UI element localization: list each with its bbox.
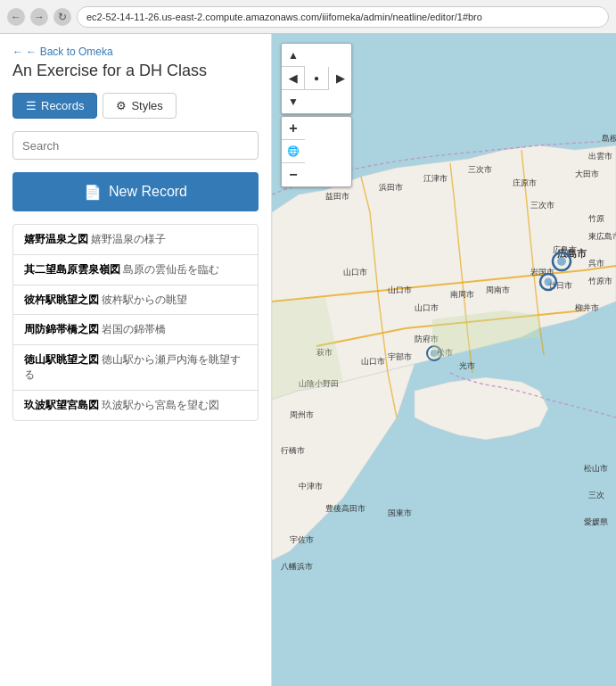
svg-text:三次: 三次 bbox=[588, 491, 604, 500]
record-subtitle: 嬉野温泉の様子 bbox=[91, 233, 166, 245]
record-title: 其二望島原雲泉嶺図 bbox=[24, 263, 120, 276]
list-item[interactable]: 周防錦帯橋之図 岩国の錦帯橋 bbox=[13, 315, 258, 345]
pan-left-button[interactable]: ◀ bbox=[282, 67, 305, 90]
record-title: 周防錦帯橋之図 bbox=[24, 323, 99, 335]
svg-text:国東市: 国東市 bbox=[388, 508, 412, 517]
pan-center-button[interactable]: ● bbox=[305, 67, 328, 90]
svg-text:中津市: 中津市 bbox=[299, 482, 323, 491]
svg-text:東広島市: 東広島市 bbox=[588, 232, 616, 241]
reload-button[interactable]: ↻ bbox=[53, 8, 71, 26]
zoom-out-button[interactable]: − bbox=[282, 163, 305, 186]
back-button[interactable]: ← bbox=[7, 8, 25, 26]
svg-text:益田市: 益田市 bbox=[325, 192, 349, 201]
svg-text:呉市: 呉市 bbox=[588, 259, 604, 268]
pan-right-button[interactable]: ▶ bbox=[328, 67, 351, 90]
svg-text:宇佐市: 宇佐市 bbox=[290, 535, 314, 544]
svg-text:出雲市: 出雲市 bbox=[588, 152, 612, 161]
record-title: 徳山駅眺望之図 bbox=[24, 353, 99, 366]
back-arrow-icon: ← bbox=[12, 45, 23, 58]
svg-text:島根県: 島根県 bbox=[602, 134, 616, 143]
list-item[interactable]: 嬉野温泉之図 嬉野温泉の様子 bbox=[13, 225, 258, 255]
list-item[interactable]: 徳山駅眺望之図 徳山駅から瀬戸内海を眺望する bbox=[13, 345, 258, 391]
list-item[interactable]: 玖波駅望宮島図 玖波駅から宮島を望む図 bbox=[13, 391, 258, 420]
svg-text:八幡浜市: 八幡浜市 bbox=[281, 562, 313, 571]
zoom-controls: + 🌐 − bbox=[281, 116, 352, 187]
svg-text:柳井市: 柳井市 bbox=[575, 303, 599, 312]
address-bar[interactable] bbox=[77, 6, 609, 28]
pan-up-button[interactable]: ▲ bbox=[282, 44, 305, 67]
svg-text:大田市: 大田市 bbox=[575, 169, 599, 178]
svg-text:愛媛県: 愛媛県 bbox=[584, 517, 608, 526]
record-subtitle: 岩国の錦帯橋 bbox=[102, 323, 166, 335]
svg-text:松山市: 松山市 bbox=[584, 464, 608, 473]
list-item[interactable]: 彼杵駅眺望之図 彼杵駅からの眺望 bbox=[13, 285, 258, 316]
page-title: An Exercise for a DH Class bbox=[12, 62, 259, 80]
record-title: 玖波駅望宮島図 bbox=[24, 399, 99, 411]
zoom-in-button[interactable]: + bbox=[282, 117, 305, 140]
new-record-button[interactable]: 📄 New Record bbox=[12, 172, 259, 211]
record-subtitle: 島原の雲仙岳を臨む bbox=[123, 263, 219, 276]
pan-controls: ▲ ◀ ● ▶ ▼ bbox=[281, 43, 352, 114]
svg-point-42 bbox=[557, 257, 566, 266]
new-record-icon: 📄 bbox=[84, 184, 102, 201]
tab-styles[interactable]: ⚙ Styles bbox=[103, 93, 176, 119]
svg-text:浜田市: 浜田市 bbox=[379, 183, 403, 192]
new-record-label: New Record bbox=[109, 184, 187, 200]
records-tab-label: Records bbox=[41, 99, 84, 112]
record-subtitle: 彼杵駅からの眺望 bbox=[102, 293, 187, 306]
svg-text:周州市: 周州市 bbox=[290, 410, 314, 419]
main-layout: ← ← Back to Omeka An Exercise for a DH C… bbox=[0, 34, 616, 686]
list-item[interactable]: 其二望島原雲泉嶺図 島原の雲仙岳を臨む bbox=[13, 255, 258, 285]
record-title: 彼杵駅眺望之図 bbox=[24, 293, 99, 306]
forward-button[interactable]: → bbox=[30, 8, 48, 26]
svg-text:庄原市: 庄原市 bbox=[513, 178, 537, 187]
left-panel: ← ← Back to Omeka An Exercise for a DH C… bbox=[0, 34, 272, 686]
records-tab-icon: ☰ bbox=[26, 99, 37, 112]
styles-tab-label: Styles bbox=[131, 99, 162, 112]
browser-chrome: ← → ↻ bbox=[0, 0, 616, 34]
svg-text:南周市: 南周市 bbox=[450, 290, 474, 299]
globe-button[interactable]: 🌐 bbox=[282, 140, 305, 163]
styles-tab-icon: ⚙ bbox=[116, 99, 127, 112]
svg-text:竹原市: 竹原市 bbox=[588, 277, 612, 285]
svg-text:江津市: 江津市 bbox=[423, 174, 448, 183]
svg-text:山口市: 山口市 bbox=[361, 357, 385, 366]
search-input[interactable] bbox=[12, 131, 259, 160]
record-title: 嬉野温泉之図 bbox=[24, 233, 88, 245]
svg-text:宇部市: 宇部市 bbox=[388, 352, 412, 361]
map-area[interactable]: ▲ ◀ ● ▶ ▼ + 🌐 − bbox=[272, 34, 616, 686]
tab-records[interactable]: ☰ Records bbox=[12, 93, 97, 119]
record-subtitle: 玖波駅から宮島を望む図 bbox=[102, 399, 219, 411]
svg-text:光市: 光市 bbox=[459, 361, 475, 370]
svg-text:竹原: 竹原 bbox=[588, 214, 604, 223]
record-list: 嬉野温泉之図 嬉野温泉の様子 其二望島原雲泉嶺図 島原の雲仙岳を臨む 彼杵駅眺望… bbox=[12, 224, 259, 421]
tab-bar: ☰ Records ⚙ Styles bbox=[12, 93, 259, 119]
svg-text:行橋市: 行橋市 bbox=[281, 446, 305, 455]
svg-text:山口市: 山口市 bbox=[388, 285, 412, 294]
svg-point-44 bbox=[545, 278, 553, 286]
svg-text:山口市: 山口市 bbox=[415, 303, 439, 312]
svg-text:豊後高田市: 豊後高田市 bbox=[325, 504, 365, 513]
back-to-omeka-link[interactable]: ← ← Back to Omeka bbox=[12, 45, 113, 58]
pan-down-button[interactable]: ▼ bbox=[282, 90, 305, 113]
svg-text:三次市: 三次市 bbox=[530, 201, 554, 210]
back-link-text: ← Back to Omeka bbox=[26, 45, 112, 58]
svg-text:三次市: 三次市 bbox=[468, 165, 492, 174]
map-controls: ▲ ◀ ● ▶ ▼ + 🌐 − bbox=[281, 43, 352, 187]
svg-text:周南市: 周南市 bbox=[486, 285, 510, 294]
svg-text:山口市: 山口市 bbox=[343, 268, 367, 277]
